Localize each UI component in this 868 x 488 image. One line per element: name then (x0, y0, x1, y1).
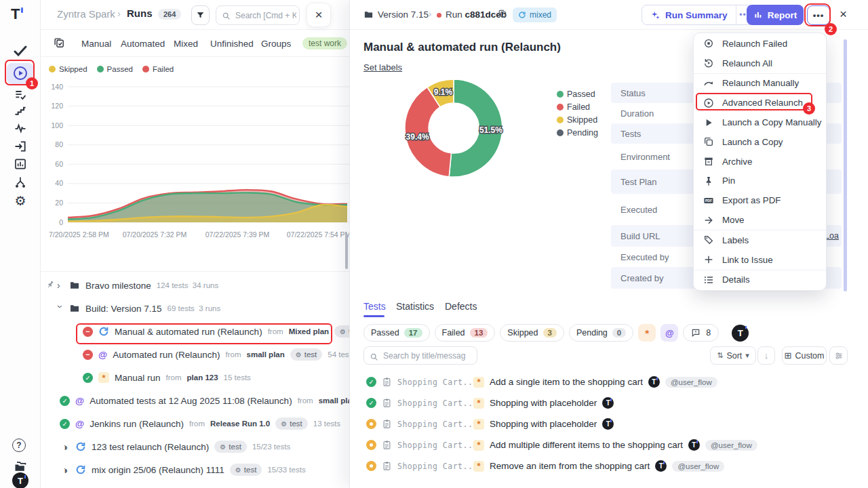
tree-run-row[interactable]: ✓@Jenkins run (Relaunch)fromRelease Run … (41, 412, 349, 435)
annotation-badge-2: 2 (825, 23, 837, 35)
plan-name: plan 123 (187, 373, 218, 382)
tree-run-row[interactable]: ✓@Automated tests at 12 Aug 2025 11:08 (… (41, 389, 349, 412)
tree-run-row[interactable]: ✓*Manual runfromplan 12315 tests (41, 366, 349, 389)
copy-check-icon[interactable] (54, 37, 65, 49)
detail-panel-scrollbar[interactable] (844, 39, 847, 291)
tree-run-row[interactable]: ◑mix origin 25/06 (Relaunch) 1111⚙test15… (41, 458, 349, 481)
test-row[interactable]: ✓Shopping Cart...*Shopping with placehol… (350, 392, 868, 413)
runs-search-input[interactable] (234, 7, 298, 24)
donut-legend-item-failed: Failed (557, 102, 598, 112)
test-badge: ⚙test (275, 418, 308, 430)
help-icon[interactable]: ? (12, 439, 28, 455)
tab-defects[interactable]: Defects (445, 301, 477, 312)
import-icon[interactable] (14, 140, 27, 153)
left-panel-scrollbar[interactable] (345, 234, 348, 269)
filter-failed[interactable]: Failed13 (435, 324, 496, 342)
tab-groups[interactable]: Groups (261, 39, 291, 49)
filter-passed[interactable]: Passed17 (363, 324, 430, 342)
filter-pending[interactable]: Pending0 (569, 324, 633, 342)
menu-item-relaunch-all[interactable]: Relaunch All (694, 54, 826, 73)
app: T ⚙ ?T Zyntra Spark › Runs 264 × ManualA… (0, 0, 868, 488)
menu-item-pin-icon (703, 176, 714, 186)
steps-icon[interactable] (14, 104, 27, 117)
sort-button[interactable]: ⇅Sort▾ (710, 346, 756, 365)
runs-play-circle-icon[interactable] (12, 65, 28, 81)
filter-button[interactable] (191, 5, 210, 25)
tests-count: 13 tests (313, 420, 340, 428)
analytics-panel-icon[interactable] (14, 157, 27, 171)
svg-text:40: 40 (55, 179, 63, 187)
menu-item-details[interactable]: Details (694, 270, 826, 290)
test-row[interactable]: Shopping Cart...*Shopping with placehold… (350, 413, 868, 434)
plan-name: Mixed plan (289, 327, 329, 336)
comments-filter-button[interactable]: 8 (683, 324, 719, 342)
donut-legend-item-passed: Passed (557, 89, 598, 99)
tree-run-row[interactable]: −Manual & automated run (Relaunch)fromMi… (41, 320, 349, 343)
menu-item-launch-a-copy[interactable]: Launch a Copy (694, 132, 826, 152)
legend-dot (557, 91, 564, 98)
branch-icon[interactable] (14, 176, 27, 189)
more-actions-button[interactable]: ••• (807, 5, 830, 25)
run-breadcrumb-folder[interactable]: Version 7.15 (378, 9, 429, 20)
donut-legend: PassedFailedSkippedPending (557, 89, 598, 141)
from-label: from (268, 327, 283, 336)
test-row[interactable]: Shopping Cart...*Remove an item from the… (350, 455, 868, 476)
svg-text:7/20/2025 2:58 PM: 7/20/2025 2:58 PM (49, 230, 109, 239)
report-button[interactable]: Report (747, 5, 804, 25)
runs-tree: ›Bravo milestone124 tests 34 runs›Build:… (41, 274, 349, 488)
tab-manual[interactable]: Manual (81, 39, 111, 49)
app-logo[interactable]: T (11, 5, 20, 23)
filter-skipped[interactable]: Skipped3 (500, 324, 564, 342)
tests-search-input[interactable] (382, 348, 474, 363)
menu-item-relaunch-failed[interactable]: Relaunch Failed (694, 34, 826, 54)
runs-count-badge: 264 (158, 9, 181, 20)
copy-icon[interactable] (498, 9, 507, 18)
tree-folder-row[interactable]: ›Bravo milestone124 tests 34 runs (41, 274, 349, 297)
menu-item-labels[interactable]: Labels (694, 230, 826, 250)
chevron-right-icon[interactable]: › (57, 280, 64, 291)
profile-logo-icon[interactable]: T (12, 472, 28, 488)
from-label: from (298, 396, 313, 405)
close-panel-button[interactable]: × (307, 3, 331, 27)
detail-tabs: TestsStatisticsDefects (350, 297, 868, 317)
tab-tests[interactable]: Tests (363, 301, 386, 312)
icon-sidebar: T ⚙ ?T (0, 0, 41, 488)
check-icon[interactable] (12, 43, 28, 59)
custom-columns-button[interactable]: ⊞Custom (782, 346, 827, 365)
set-labels-link[interactable]: Set labels (363, 62, 402, 73)
run-summary-button[interactable]: Run Summary (642, 5, 736, 24)
brand-logo-badge[interactable]: T (732, 325, 749, 342)
sparkle-filter-button[interactable]: * (638, 324, 656, 342)
tree-run-row[interactable]: −@Automated run (Relaunch)fromsmall plan… (41, 343, 349, 366)
tree-folder-row[interactable]: ›Build: Version 7.1569 tests 3 runs (41, 297, 349, 320)
menu-item-move[interactable]: Move (694, 210, 826, 230)
view-settings-button[interactable] (829, 346, 848, 365)
list-check-icon[interactable] (14, 88, 27, 102)
menu-item-link-to-issue[interactable]: Link to Issue (694, 250, 826, 270)
settings-gear-icon[interactable]: ⚙ (12, 193, 28, 209)
tab-unfinished[interactable]: Unfinished (210, 39, 254, 49)
menu-item-export-as-pdf[interactable]: PDFExport as PDF (694, 190, 826, 210)
tab-automated[interactable]: Automated (121, 39, 165, 49)
sort-direction-button[interactable]: ↓ (757, 346, 775, 365)
tag-badge[interactable]: test work (302, 37, 347, 49)
chevron-down-icon[interactable]: › (55, 305, 66, 312)
tab-mixed[interactable]: Mixed (174, 39, 198, 49)
test-row[interactable]: ✓Shopping Cart...*Add a single item to t… (350, 371, 868, 392)
close-detail-button[interactable]: × (840, 7, 847, 21)
menu-item-launch-a-copy-manually[interactable]: Launch a Copy Manually (694, 113, 826, 132)
menu-item-pin[interactable]: Pin (694, 171, 826, 191)
pulse-icon[interactable] (14, 121, 27, 135)
gear-icon: ⚙ (340, 328, 346, 336)
menu-item-relaunch-manually[interactable]: Relaunch Manually (694, 74, 826, 94)
automated-filter-button[interactable]: @ (660, 324, 678, 342)
breadcrumb-project[interactable]: Zyntra Spark (57, 8, 115, 20)
test-row[interactable]: Shopping Cart...*Add multiple different … (350, 434, 868, 455)
tree-run-row[interactable]: ◑123 test relaunch (Relaunch)⚙test15/23 … (41, 435, 349, 458)
run-type-mixed-icon (75, 441, 86, 452)
help-icon: ? (12, 439, 26, 452)
tab-statistics[interactable]: Statistics (396, 301, 434, 312)
projects-folders-icon[interactable] (14, 460, 27, 473)
clipboard-icon (382, 461, 392, 471)
menu-item-archive[interactable]: Archive (694, 152, 826, 171)
